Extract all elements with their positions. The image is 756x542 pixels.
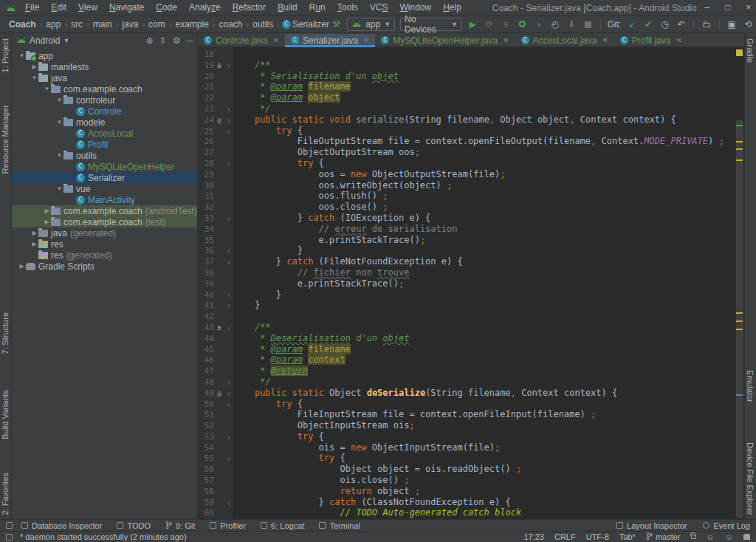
menu-navigate[interactable]: Navigate — [103, 0, 150, 16]
code-line[interactable]: 44 * Deserialisation d'un objet — [198, 333, 735, 344]
tree-expand-arrow[interactable]: ▼ — [18, 52, 26, 59]
code-with-me-icon[interactable]: ☺ — [707, 532, 715, 541]
code-line[interactable]: 40∧ } — [198, 289, 735, 301]
code-line[interactable]: 26 FileOutputStream file = context.openF… — [198, 136, 735, 147]
breadcrumb-item[interactable]: coach — [217, 19, 244, 30]
tree-item-profil[interactable]: CProfil — [12, 139, 197, 150]
fold-marker[interactable]: ∨ — [224, 158, 233, 169]
code-line[interactable]: 53∨ try { — [198, 431, 735, 442]
locate-file-icon[interactable]: ⊕ — [146, 35, 154, 46]
fold-marker[interactable]: ∨ — [224, 60, 233, 71]
rollback-icon[interactable]: ↶ — [676, 18, 687, 30]
profile-app-icon[interactable]: ◴ — [549, 18, 560, 30]
breadcrumb-item[interactable]: example — [173, 19, 210, 30]
fold-marker[interactable]: ∨ — [224, 126, 233, 137]
code-line[interactable]: 24@∨ public static void serialize(String… — [198, 114, 735, 126]
code-line[interactable]: 59∨ } catch (ClassNotFoundException e) { — [198, 497, 735, 508]
tree-item-res[interactable]: res(generated) — [12, 250, 197, 261]
stop-button[interactable] — [583, 18, 594, 30]
code-editor[interactable]: 1819≣∨ /**20 * Serialisation d'un objet2… — [198, 47, 744, 519]
toolwindow-switcher-icon[interactable] — [6, 522, 13, 529]
code-line[interactable]: 37∨ } catch (FileNotFoundException e) { — [198, 256, 735, 267]
device-select[interactable]: No Devices ▼ — [400, 18, 462, 31]
hide-panel-icon[interactable]: ─ — [186, 35, 193, 46]
menu-code[interactable]: Code — [150, 0, 183, 16]
fold-marker[interactable]: ∧ — [224, 377, 233, 388]
tool-stripe-build-variants[interactable]: Build Variants — [1, 390, 10, 439]
highlighting-level-icon[interactable]: ☺ — [725, 532, 733, 541]
code-line[interactable]: 49@∨ public static Object deSerialize(St… — [198, 388, 735, 399]
menu-help[interactable]: Help — [437, 0, 467, 16]
readonly-lock-icon[interactable] — [691, 535, 696, 539]
tree-item-modele[interactable]: ▼modele — [12, 117, 197, 128]
tab-close-icon[interactable]: ✕ — [363, 36, 369, 44]
tab-close-icon[interactable]: ✕ — [273, 36, 279, 44]
toolwindow-button-9-git[interactable]: 9: Git — [165, 521, 195, 531]
git-branch-widget[interactable]: master — [646, 532, 681, 542]
settings-gear-icon[interactable]: ⚙ — [173, 35, 181, 46]
apply-code-changes-icon[interactable]: ≡ — [500, 18, 511, 30]
code-line[interactable]: 50∨ try { — [198, 399, 735, 410]
stripe-mark[interactable] — [736, 148, 743, 150]
code-line[interactable]: 32 oos.close() ; — [198, 202, 735, 213]
menu-build[interactable]: Build — [272, 0, 303, 16]
tab-close-icon[interactable]: ✕ — [503, 36, 509, 44]
code-line[interactable]: 51 FileInputStream file = context.openFi… — [198, 409, 735, 420]
tree-expand-arrow[interactable]: ▼ — [55, 119, 63, 126]
tool-stripe-resource-manager[interactable]: Resource Manager — [1, 105, 10, 174]
code-line[interactable]: 54 ois = new ObjectInputStream(file); — [198, 442, 735, 453]
tree-expand-arrow[interactable]: ▼ — [43, 86, 51, 92]
stripe-mark[interactable] — [736, 312, 743, 314]
breadcrumb-item[interactable]: Coach — [7, 19, 38, 30]
inspections-indicator[interactable] — [736, 49, 743, 56]
tree-expand-arrow[interactable]: ▶ — [30, 230, 38, 236]
toolwindow-toggle-icon[interactable] — [6, 534, 13, 541]
tool-stripe-emulator[interactable]: Emulator — [746, 370, 755, 402]
file-encoding[interactable]: UTF-8 — [586, 532, 609, 541]
code-line[interactable]: 38 // fichier non trouve — [198, 267, 735, 278]
toolwindow-button-layout-inspector[interactable]: Layout Inspector — [616, 521, 687, 530]
history-icon[interactable]: ◷ — [659, 18, 670, 30]
toolwindow-button-event-log[interactable]: Event Log — [703, 521, 750, 530]
tree-item-app[interactable]: ▼app — [12, 50, 197, 61]
inspector-hector-icon[interactable] — [743, 534, 750, 540]
avd-manager-icon[interactable]: ▣ — [726, 18, 738, 30]
code-line[interactable]: 46 * @param context — [198, 354, 735, 366]
fold-marker[interactable]: ∨ — [224, 497, 233, 508]
stripe-mark[interactable] — [736, 159, 743, 161]
tree-expand-arrow[interactable]: ▶ — [30, 64, 38, 70]
tree-item-com-example-coach[interactable]: ▶com.example.coach(androidTest) — [12, 205, 197, 216]
breadcrumb-item[interactable]: src — [69, 19, 84, 30]
run-button[interactable]: ▶ — [467, 18, 478, 30]
breadcrumb-item[interactable]: main — [92, 19, 114, 30]
tree-expand-arrow[interactable]: ▶ — [43, 207, 51, 214]
git-commit-icon[interactable]: ✔ — [643, 18, 654, 30]
tab-mysqliteopenhelper-java[interactable]: CMySQLiteOpenHelper.java✕ — [375, 34, 515, 47]
tab-profil-java[interactable]: CProfil.java✕ — [614, 34, 688, 47]
code-line[interactable]: 47 * @return — [198, 366, 735, 377]
stripe-mark[interactable] — [736, 141, 743, 143]
breadcrumb-item-class[interactable]: CSerializer — [282, 19, 331, 30]
tree-item-res[interactable]: ▶res — [12, 239, 197, 250]
code-line[interactable]: 43≣∨ /** — [198, 322, 735, 333]
error-stripe[interactable] — [735, 47, 744, 519]
code-line[interactable]: 56 Object object = ois.readObject() ; — [198, 464, 735, 475]
tree-item-vue[interactable]: ▼vue — [12, 183, 197, 194]
code-line[interactable]: 20 * Serialisation d'un objet — [198, 71, 735, 82]
minimize-button[interactable]: – — [697, 0, 718, 16]
menu-edit[interactable]: Edit — [45, 0, 72, 16]
fold-marker[interactable]: ∨ — [224, 322, 233, 333]
editor-scrollbar[interactable] — [736, 120, 743, 518]
code-line[interactable]: 19≣∨ /** — [198, 60, 735, 71]
fold-marker[interactable]: ∧ — [224, 103, 233, 114]
tree-item-outils[interactable]: ▼outils — [12, 150, 197, 161]
code-line[interactable]: 22 * @param object — [198, 92, 735, 103]
tree-expand-arrow[interactable]: ▼ — [55, 185, 63, 192]
tree-item-com-example-coach[interactable]: ▶com.example.coach(test) — [12, 216, 197, 227]
build-hammer-icon[interactable]: ⚒ — [331, 18, 342, 30]
tree-expand-arrow[interactable]: ▶ — [30, 241, 38, 247]
tab-close-icon[interactable]: ✕ — [676, 36, 681, 44]
debug-button[interactable]: 🞉 — [517, 18, 528, 30]
toolwindow-button-6-logcat[interactable]: 6: Logcat — [261, 521, 304, 531]
stripe-mark[interactable] — [736, 125, 743, 126]
